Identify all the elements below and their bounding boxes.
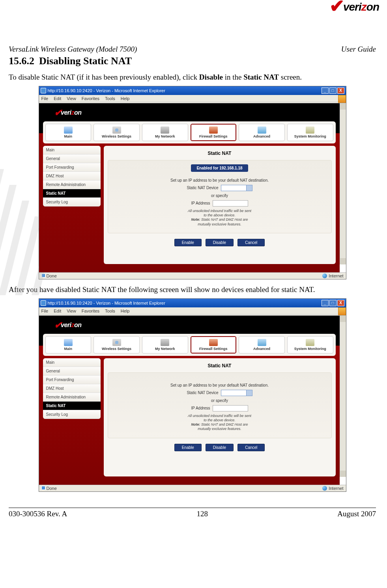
- menu-favorites[interactable]: Favorites: [82, 309, 99, 313]
- panel-title: Static NAT: [108, 150, 332, 160]
- enable-button[interactable]: Enable: [174, 444, 202, 451]
- menu-file[interactable]: File: [41, 309, 49, 313]
- nav-wireless[interactable]: Wireless Settings: [93, 124, 140, 141]
- screenshot-enabled: http://10.16.90.10:2420 - Verizon - Micr…: [39, 86, 346, 279]
- menu-view[interactable]: View: [67, 96, 76, 101]
- note-text: All unsolicited inbound traffic will be …: [114, 209, 325, 227]
- advanced-icon: [258, 127, 266, 134]
- menu-help[interactable]: Help: [121, 96, 130, 101]
- verizon-logo-header: ✔ verizon: [329, 1, 379, 13]
- network-icon: [161, 127, 169, 134]
- menu-tools[interactable]: Tools: [105, 96, 115, 101]
- disable-button[interactable]: Disable: [206, 239, 234, 246]
- cancel-button[interactable]: Cancel: [237, 239, 265, 246]
- ip-address-input[interactable]: [213, 200, 248, 207]
- nav-advanced[interactable]: Advanced: [239, 124, 285, 141]
- app-navbar: Main Wireless Settings My Network Firewa…: [43, 334, 336, 356]
- monitoring-icon: [306, 127, 314, 134]
- menu-view[interactable]: View: [67, 309, 76, 313]
- disable-button[interactable]: Disable: [206, 444, 234, 451]
- wireless-icon: [112, 339, 121, 346]
- logo-text-a: veri: [343, 1, 361, 13]
- nav-advanced[interactable]: Advanced: [239, 336, 285, 354]
- nav-network[interactable]: My Network: [142, 336, 188, 354]
- side-static-nat[interactable]: Static NAT: [43, 402, 101, 410]
- window-titlebar[interactable]: http://10.16.90.10:2420 - Verizon - Micr…: [39, 86, 346, 95]
- menu-help[interactable]: Help: [121, 309, 130, 313]
- window-title: http://10.16.90.10:2420 - Verizon - Micr…: [48, 301, 165, 305]
- svg-rect-0: [0, 169, 4, 295]
- scrollbar-vertical[interactable]: [340, 103, 346, 264]
- maximize-button[interactable]: □: [329, 300, 337, 306]
- side-main[interactable]: Main: [43, 358, 101, 367]
- or-specify-label: or specify: [114, 398, 325, 403]
- footer-page-number: 128: [196, 510, 208, 518]
- menu-edit[interactable]: Edit: [54, 96, 61, 101]
- section-heading: 15.6.2Disabling Static NAT: [9, 55, 376, 67]
- nav-network[interactable]: My Network: [142, 124, 188, 141]
- instruction-text: Set up an IP address to be your default …: [114, 178, 325, 182]
- minimize-button[interactable]: _: [322, 87, 329, 94]
- ie-icon: [41, 88, 46, 93]
- maximize-button[interactable]: □: [329, 87, 337, 94]
- menu-tools[interactable]: Tools: [105, 309, 115, 313]
- side-general[interactable]: General: [43, 154, 101, 163]
- wireless-icon: [112, 127, 121, 134]
- enable-button[interactable]: Enable: [174, 239, 202, 246]
- checkmark-icon: ✔: [329, 1, 345, 12]
- side-menu: Main General Port Forwarding DMZ Host Re…: [43, 146, 101, 207]
- running-header-right: User Guide: [341, 45, 376, 54]
- nav-main[interactable]: Main: [45, 124, 92, 141]
- running-header-left: VersaLink Wireless Gateway (Model 7500): [9, 45, 137, 54]
- throbber-icon: [338, 307, 346, 315]
- device-select[interactable]: [221, 185, 252, 191]
- side-security-log[interactable]: Security Log: [43, 410, 101, 419]
- screenshot-disabled: http://10.16.90.10:2420 - Verizon - Micr…: [39, 298, 346, 492]
- device-label: Static NAT Device: [187, 391, 218, 395]
- page-icon: [41, 486, 45, 490]
- nav-wireless[interactable]: Wireless Settings: [93, 336, 140, 354]
- nav-monitoring[interactable]: System Monitoring: [287, 336, 333, 354]
- side-general[interactable]: General: [43, 367, 101, 376]
- window-titlebar[interactable]: http://10.16.90.10:2420 - Verizon - Micr…: [39, 299, 346, 307]
- nav-monitoring[interactable]: System Monitoring: [287, 124, 333, 141]
- side-port-forwarding[interactable]: Port Forwarding: [43, 163, 101, 172]
- side-remote-admin[interactable]: Remote Administration: [43, 393, 101, 402]
- side-dmz-host[interactable]: DMZ Host: [43, 172, 101, 180]
- close-button[interactable]: X: [337, 87, 344, 94]
- svg-rect-2: [0, 201, 29, 295]
- nav-firewall[interactable]: Firewall Settings: [191, 336, 237, 354]
- menu-edit[interactable]: Edit: [54, 309, 61, 313]
- menu-favorites[interactable]: Favorites: [82, 96, 99, 101]
- logo-text-c: on: [366, 1, 379, 13]
- browser-menubar[interactable]: File Edit View Favorites Tools Help: [39, 308, 338, 314]
- enabled-status-badge: Enabled for 192.168.1.18: [191, 164, 248, 172]
- side-main[interactable]: Main: [43, 146, 101, 154]
- cancel-button[interactable]: Cancel: [237, 444, 265, 451]
- side-dmz-host[interactable]: DMZ Host: [43, 384, 101, 393]
- nav-firewall[interactable]: Firewall Settings: [191, 124, 237, 141]
- menu-file[interactable]: File: [41, 96, 49, 101]
- ip-address-input[interactable]: [213, 405, 248, 411]
- device-select[interactable]: [221, 390, 252, 396]
- zone-text: Internet: [329, 274, 343, 278]
- browser-menubar[interactable]: File Edit View Favorites Tools Help: [39, 95, 338, 102]
- footer-right: August 2007: [337, 510, 376, 518]
- close-button[interactable]: X: [337, 300, 344, 306]
- logo-text-b: z: [361, 1, 366, 13]
- minimize-button[interactable]: _: [322, 300, 329, 306]
- side-port-forwarding[interactable]: Port Forwarding: [43, 376, 101, 384]
- page-icon: [41, 274, 45, 277]
- throbber-icon: [338, 95, 346, 103]
- side-static-nat[interactable]: Static NAT: [43, 189, 101, 198]
- scrollbar-vertical[interactable]: [340, 316, 346, 477]
- nav-main[interactable]: Main: [45, 336, 92, 354]
- footer-left: 030-300536 Rev. A: [9, 510, 67, 518]
- firewall-icon: [209, 127, 218, 134]
- or-specify-label: or specify: [114, 194, 325, 198]
- footer-rule: [9, 508, 376, 508]
- side-security-log[interactable]: Security Log: [43, 198, 101, 207]
- ip-label: IP Address: [191, 406, 210, 410]
- side-remote-admin[interactable]: Remote Administration: [43, 180, 101, 189]
- side-menu: Main General Port Forwarding DMZ Host Re…: [43, 358, 101, 419]
